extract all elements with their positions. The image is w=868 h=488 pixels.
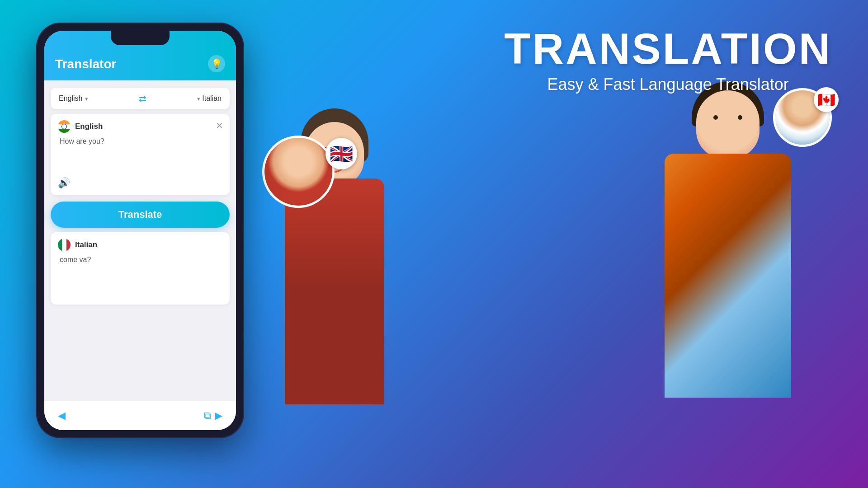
avatar-uk (262, 136, 335, 208)
swap-languages-icon[interactable]: ⇄ (139, 93, 146, 104)
input-language-label: English (58, 120, 222, 133)
source-language-label: English (59, 94, 82, 103)
copy-icon[interactable]: ⧉ (204, 410, 211, 422)
phone-notch (111, 31, 170, 45)
phone-container: Translator 💡 English ▾ ⇄ ▾ Italian (36, 23, 244, 438)
target-language-label: Italian (202, 94, 222, 103)
target-language-selector[interactable]: ▾ Italian (197, 94, 222, 103)
phone-screen: Translator 💡 English ▾ ⇄ ▾ Italian (44, 31, 236, 430)
clear-input-button[interactable]: ✕ (216, 120, 223, 131)
translate-button[interactable]: Translate (51, 202, 230, 228)
output-text-display: come va? (58, 256, 222, 264)
man-eye-left (713, 115, 718, 120)
main-title: TRANSLATION (504, 27, 832, 70)
bottom-action-bar: ◀ ⧉ ▶ (44, 401, 236, 430)
bottom-icons-group: ⧉ ▶ (204, 410, 222, 422)
avatar-woman-image (264, 138, 332, 206)
output-lang-text: Italian (75, 240, 97, 249)
phone-mockup: Translator 💡 English ▾ ⇄ ▾ Italian (36, 23, 244, 438)
language-selector-bar: English ▾ ⇄ ▾ Italian (51, 88, 230, 109)
speaker-icon[interactable]: 🔊 (58, 177, 70, 189)
india-flag-icon (58, 120, 71, 133)
input-text-display: How are you? (58, 137, 222, 145)
italy-flag-icon (58, 239, 71, 251)
input-lang-text: English (75, 122, 103, 131)
translate-button-container: Translate (51, 202, 230, 228)
subtitle: Easy & Fast Language Translator (504, 75, 832, 94)
man-eye-right (738, 115, 742, 120)
source-chevron-icon: ▾ (85, 95, 88, 102)
man-body (665, 154, 791, 398)
output-section: Italian come va? (51, 232, 230, 305)
share-icon[interactable]: ▶ (215, 410, 222, 422)
input-section[interactable]: English How are you? ✕ 🔊 (51, 114, 230, 195)
right-panel: TRANSLATION Easy & Fast Language Transla… (504, 27, 832, 94)
source-language-selector[interactable]: English ▾ (59, 94, 88, 103)
output-language-label: Italian (58, 239, 222, 251)
target-chevron-icon: ▾ (197, 95, 200, 102)
back-icon[interactable]: ◀ (58, 410, 66, 422)
man-head (696, 90, 760, 158)
canada-flag-badge: 🇨🇦 (814, 87, 839, 112)
woman-body (285, 178, 384, 404)
uk-flag-badge: 🇬🇧 (326, 138, 357, 169)
lightbulb-icon[interactable]: 💡 (208, 55, 225, 72)
app-title: Translator (55, 57, 116, 75)
